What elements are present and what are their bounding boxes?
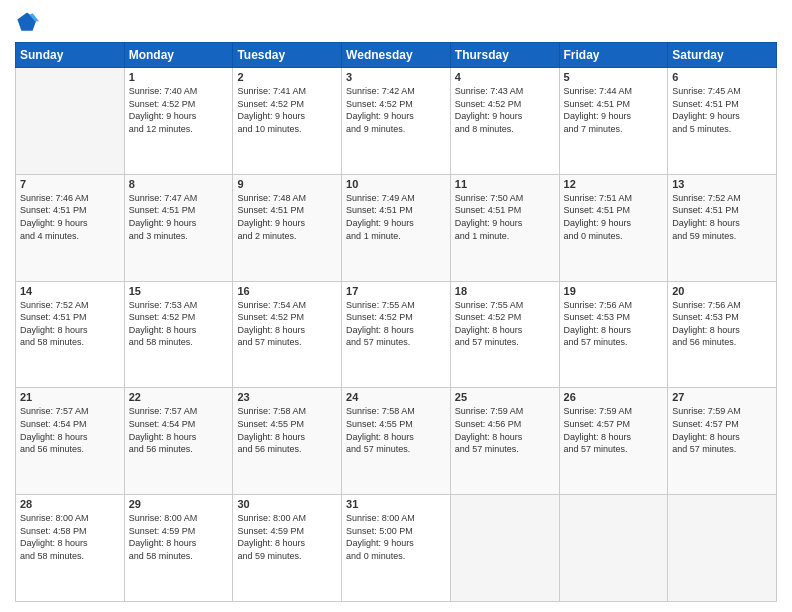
header-cell-saturday: Saturday [668, 43, 777, 68]
cell-content: Sunrise: 7:59 AM Sunset: 4:57 PM Dayligh… [672, 405, 772, 455]
calendar-cell: 25Sunrise: 7:59 AM Sunset: 4:56 PM Dayli… [450, 388, 559, 495]
calendar-cell: 18Sunrise: 7:55 AM Sunset: 4:52 PM Dayli… [450, 281, 559, 388]
calendar-cell: 31Sunrise: 8:00 AM Sunset: 5:00 PM Dayli… [342, 495, 451, 602]
cell-content: Sunrise: 8:00 AM Sunset: 4:59 PM Dayligh… [129, 512, 229, 562]
calendar-cell: 15Sunrise: 7:53 AM Sunset: 4:52 PM Dayli… [124, 281, 233, 388]
cell-content: Sunrise: 7:49 AM Sunset: 4:51 PM Dayligh… [346, 192, 446, 242]
calendar-cell: 12Sunrise: 7:51 AM Sunset: 4:51 PM Dayli… [559, 174, 668, 281]
calendar-cell: 20Sunrise: 7:56 AM Sunset: 4:53 PM Dayli… [668, 281, 777, 388]
calendar-cell [668, 495, 777, 602]
day-number: 28 [20, 498, 120, 510]
day-number: 26 [564, 391, 664, 403]
calendar-cell: 26Sunrise: 7:59 AM Sunset: 4:57 PM Dayli… [559, 388, 668, 495]
day-number: 19 [564, 285, 664, 297]
cell-content: Sunrise: 7:40 AM Sunset: 4:52 PM Dayligh… [129, 85, 229, 135]
calendar-cell: 23Sunrise: 7:58 AM Sunset: 4:55 PM Dayli… [233, 388, 342, 495]
week-row-1: 7Sunrise: 7:46 AM Sunset: 4:51 PM Daylig… [16, 174, 777, 281]
cell-content: Sunrise: 7:45 AM Sunset: 4:51 PM Dayligh… [672, 85, 772, 135]
day-number: 30 [237, 498, 337, 510]
calendar-cell [559, 495, 668, 602]
day-number: 22 [129, 391, 229, 403]
calendar-cell: 10Sunrise: 7:49 AM Sunset: 4:51 PM Dayli… [342, 174, 451, 281]
cell-content: Sunrise: 7:44 AM Sunset: 4:51 PM Dayligh… [564, 85, 664, 135]
header-cell-sunday: Sunday [16, 43, 125, 68]
page: SundayMondayTuesdayWednesdayThursdayFrid… [0, 0, 792, 612]
calendar-cell: 8Sunrise: 7:47 AM Sunset: 4:51 PM Daylig… [124, 174, 233, 281]
day-number: 29 [129, 498, 229, 510]
calendar-cell: 5Sunrise: 7:44 AM Sunset: 4:51 PM Daylig… [559, 68, 668, 175]
day-number: 2 [237, 71, 337, 83]
calendar-cell [16, 68, 125, 175]
cell-content: Sunrise: 7:50 AM Sunset: 4:51 PM Dayligh… [455, 192, 555, 242]
cell-content: Sunrise: 7:59 AM Sunset: 4:56 PM Dayligh… [455, 405, 555, 455]
calendar-cell [450, 495, 559, 602]
calendar-cell: 6Sunrise: 7:45 AM Sunset: 4:51 PM Daylig… [668, 68, 777, 175]
day-number: 23 [237, 391, 337, 403]
day-number: 16 [237, 285, 337, 297]
calendar-cell: 3Sunrise: 7:42 AM Sunset: 4:52 PM Daylig… [342, 68, 451, 175]
header-row: SundayMondayTuesdayWednesdayThursdayFrid… [16, 43, 777, 68]
day-number: 13 [672, 178, 772, 190]
cell-content: Sunrise: 8:00 AM Sunset: 5:00 PM Dayligh… [346, 512, 446, 562]
cell-content: Sunrise: 7:57 AM Sunset: 4:54 PM Dayligh… [20, 405, 120, 455]
logo [15, 10, 43, 34]
day-number: 21 [20, 391, 120, 403]
cell-content: Sunrise: 7:52 AM Sunset: 4:51 PM Dayligh… [672, 192, 772, 242]
cell-content: Sunrise: 7:43 AM Sunset: 4:52 PM Dayligh… [455, 85, 555, 135]
calendar-cell: 29Sunrise: 8:00 AM Sunset: 4:59 PM Dayli… [124, 495, 233, 602]
calendar-cell: 7Sunrise: 7:46 AM Sunset: 4:51 PM Daylig… [16, 174, 125, 281]
cell-content: Sunrise: 7:42 AM Sunset: 4:52 PM Dayligh… [346, 85, 446, 135]
day-number: 15 [129, 285, 229, 297]
cell-content: Sunrise: 7:54 AM Sunset: 4:52 PM Dayligh… [237, 299, 337, 349]
cell-content: Sunrise: 7:59 AM Sunset: 4:57 PM Dayligh… [564, 405, 664, 455]
calendar-cell: 21Sunrise: 7:57 AM Sunset: 4:54 PM Dayli… [16, 388, 125, 495]
day-number: 4 [455, 71, 555, 83]
day-number: 31 [346, 498, 446, 510]
calendar-cell: 30Sunrise: 8:00 AM Sunset: 4:59 PM Dayli… [233, 495, 342, 602]
cell-content: Sunrise: 7:46 AM Sunset: 4:51 PM Dayligh… [20, 192, 120, 242]
calendar-cell: 17Sunrise: 7:55 AM Sunset: 4:52 PM Dayli… [342, 281, 451, 388]
week-row-0: 1Sunrise: 7:40 AM Sunset: 4:52 PM Daylig… [16, 68, 777, 175]
week-row-4: 28Sunrise: 8:00 AM Sunset: 4:58 PM Dayli… [16, 495, 777, 602]
calendar-cell: 2Sunrise: 7:41 AM Sunset: 4:52 PM Daylig… [233, 68, 342, 175]
cell-content: Sunrise: 7:58 AM Sunset: 4:55 PM Dayligh… [346, 405, 446, 455]
cell-content: Sunrise: 7:56 AM Sunset: 4:53 PM Dayligh… [672, 299, 772, 349]
day-number: 1 [129, 71, 229, 83]
calendar-cell: 14Sunrise: 7:52 AM Sunset: 4:51 PM Dayli… [16, 281, 125, 388]
cell-content: Sunrise: 7:56 AM Sunset: 4:53 PM Dayligh… [564, 299, 664, 349]
day-number: 24 [346, 391, 446, 403]
cell-content: Sunrise: 8:00 AM Sunset: 4:59 PM Dayligh… [237, 512, 337, 562]
header-cell-wednesday: Wednesday [342, 43, 451, 68]
day-number: 10 [346, 178, 446, 190]
calendar-cell: 9Sunrise: 7:48 AM Sunset: 4:51 PM Daylig… [233, 174, 342, 281]
day-number: 27 [672, 391, 772, 403]
cell-content: Sunrise: 7:55 AM Sunset: 4:52 PM Dayligh… [346, 299, 446, 349]
calendar-cell: 22Sunrise: 7:57 AM Sunset: 4:54 PM Dayli… [124, 388, 233, 495]
calendar-body: 1Sunrise: 7:40 AM Sunset: 4:52 PM Daylig… [16, 68, 777, 602]
cell-content: Sunrise: 7:48 AM Sunset: 4:51 PM Dayligh… [237, 192, 337, 242]
cell-content: Sunrise: 7:41 AM Sunset: 4:52 PM Dayligh… [237, 85, 337, 135]
calendar-cell: 19Sunrise: 7:56 AM Sunset: 4:53 PM Dayli… [559, 281, 668, 388]
header-cell-tuesday: Tuesday [233, 43, 342, 68]
day-number: 20 [672, 285, 772, 297]
calendar-cell: 11Sunrise: 7:50 AM Sunset: 4:51 PM Dayli… [450, 174, 559, 281]
header [15, 10, 777, 34]
calendar-cell: 27Sunrise: 7:59 AM Sunset: 4:57 PM Dayli… [668, 388, 777, 495]
cell-content: Sunrise: 7:52 AM Sunset: 4:51 PM Dayligh… [20, 299, 120, 349]
calendar-cell: 1Sunrise: 7:40 AM Sunset: 4:52 PM Daylig… [124, 68, 233, 175]
week-row-2: 14Sunrise: 7:52 AM Sunset: 4:51 PM Dayli… [16, 281, 777, 388]
calendar-table: SundayMondayTuesdayWednesdayThursdayFrid… [15, 42, 777, 602]
header-cell-friday: Friday [559, 43, 668, 68]
calendar-cell: 16Sunrise: 7:54 AM Sunset: 4:52 PM Dayli… [233, 281, 342, 388]
day-number: 5 [564, 71, 664, 83]
day-number: 17 [346, 285, 446, 297]
day-number: 9 [237, 178, 337, 190]
calendar-cell: 13Sunrise: 7:52 AM Sunset: 4:51 PM Dayli… [668, 174, 777, 281]
day-number: 8 [129, 178, 229, 190]
cell-content: Sunrise: 7:51 AM Sunset: 4:51 PM Dayligh… [564, 192, 664, 242]
cell-content: Sunrise: 7:53 AM Sunset: 4:52 PM Dayligh… [129, 299, 229, 349]
calendar-header: SundayMondayTuesdayWednesdayThursdayFrid… [16, 43, 777, 68]
cell-content: Sunrise: 7:58 AM Sunset: 4:55 PM Dayligh… [237, 405, 337, 455]
header-cell-thursday: Thursday [450, 43, 559, 68]
day-number: 6 [672, 71, 772, 83]
